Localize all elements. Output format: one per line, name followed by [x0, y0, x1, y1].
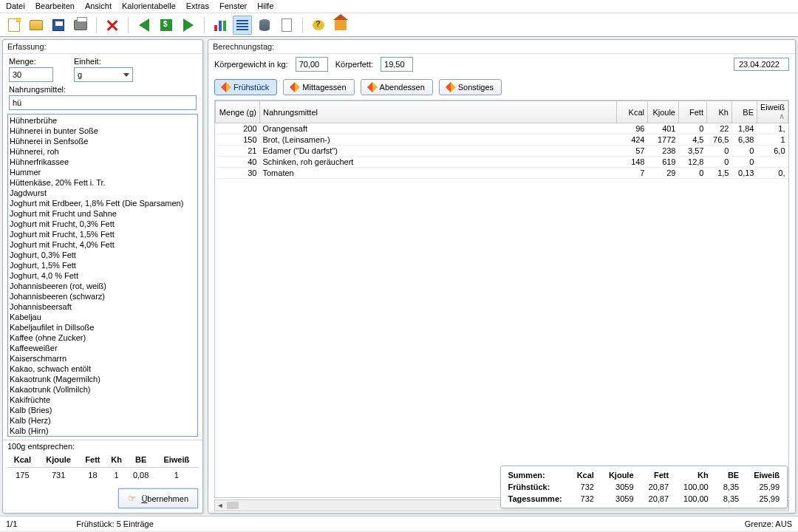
- list-item[interactable]: Kaiserschmarrn: [10, 353, 196, 364]
- th-fett[interactable]: Fett: [678, 101, 706, 123]
- th-kcal[interactable]: Kcal: [616, 101, 647, 123]
- list-item[interactable]: Joghurt, 4,0 % Fett: [10, 270, 196, 281]
- food-list[interactable]: HühnerbrüheHühnerei in bunter SoßeHühner…: [7, 114, 198, 437]
- note-button[interactable]: [277, 16, 296, 35]
- new-button[interactable]: [4, 16, 24, 35]
- list-item[interactable]: Kalb (Hirn): [10, 426, 196, 436]
- table-row[interactable]: 30Tomaten72901,50,130,: [216, 168, 788, 179]
- list-item[interactable]: Hühnerei in bunter Soße: [10, 126, 196, 136]
- print-button[interactable]: [71, 16, 90, 35]
- val-kh: 1: [106, 468, 127, 483]
- th-nahrungsmittel[interactable]: Nahrungsmittel: [260, 101, 617, 123]
- per100-section: 100g entsprechen: Kcal Kjoule Fett Kh BE…: [3, 440, 202, 482]
- chevron-down-icon: [123, 73, 129, 77]
- table-row[interactable]: 200Orangensaft964010221,841,: [216, 123, 788, 134]
- date-value: 23.04.2022: [739, 60, 780, 69]
- list-item[interactable]: Kalb (Bries): [10, 405, 196, 415]
- nahrungsmittel-search[interactable]: [9, 95, 197, 110]
- list-item[interactable]: Hüttenkäse, 20% Fett i. Tr.: [10, 177, 196, 188]
- date-combo[interactable]: 23.04.2022: [734, 58, 789, 71]
- list-item[interactable]: Joghurt mit Frucht, 0,3% Fett: [10, 219, 196, 229]
- scroll-left-icon[interactable]: ◄: [215, 502, 225, 509]
- list-item[interactable]: Joghurt mit Frucht, 1,5% Fett: [10, 229, 196, 239]
- menu-datei[interactable]: Datei: [6, 1, 25, 11]
- help-button[interactable]: [309, 16, 328, 35]
- save-button[interactable]: [49, 16, 68, 35]
- db-button[interactable]: [255, 16, 274, 35]
- val-eiweiss: 1: [155, 468, 198, 483]
- list-button[interactable]: [233, 16, 252, 35]
- tab-sonstiges[interactable]: Sonstiges: [439, 79, 502, 95]
- uebernehmen-button[interactable]: ☞ Übernehmen: [118, 488, 198, 508]
- next-button[interactable]: [179, 16, 198, 35]
- home-button[interactable]: [331, 16, 350, 35]
- list-item[interactable]: Joghurt mit Frucht und Sahne: [10, 208, 196, 219]
- list-item[interactable]: Hühnerfrikassee: [10, 157, 196, 167]
- einheit-combo[interactable]: g: [74, 67, 133, 82]
- list-item[interactable]: Johannisbeeren (schwarz): [10, 291, 196, 301]
- help-icon: [313, 20, 324, 30]
- col-be: BE: [127, 452, 155, 468]
- list-item[interactable]: Kabeljau: [10, 312, 196, 322]
- list-item[interactable]: Joghurt, 0,3% Fett: [10, 250, 196, 260]
- list-item[interactable]: Kakaotrunk (Vollmilch): [10, 384, 196, 395]
- list-item[interactable]: Kaffeeweißer: [10, 343, 196, 353]
- open-button[interactable]: [27, 16, 46, 35]
- th-kh[interactable]: Kh: [706, 101, 732, 123]
- list-item[interactable]: Kakao, schwach entölt: [10, 364, 196, 374]
- table-row[interactable]: 150Brot, (Leinsamen-)42417724,576,56,381: [216, 134, 788, 146]
- list-item[interactable]: Joghurt, 1,5% Fett: [10, 260, 196, 270]
- arrow-right-icon: [183, 18, 194, 32]
- tab-fruehstueck[interactable]: Frühstück: [214, 79, 277, 95]
- prev-button[interactable]: [134, 16, 154, 35]
- list-item[interactable]: Kalb (Herz): [10, 415, 196, 426]
- list-item[interactable]: Jagdwurst: [10, 188, 196, 198]
- menu-bearbeiten[interactable]: Bearbeiten: [35, 1, 75, 11]
- einheit-value: g: [78, 70, 82, 79]
- menu-kalorientabelle[interactable]: Kalorientabelle: [122, 1, 176, 11]
- table-row[interactable]: 21Edamer ("Du darfst")572383,57006,0: [216, 146, 788, 157]
- hand-icon: ☞: [128, 493, 137, 504]
- berechnung-panel: Berechnungstag: Körpergewicht in kg: Kör…: [208, 39, 796, 514]
- entries-table[interactable]: Menge (g) Nahrungsmittel Kcal Kjoule Fet…: [214, 100, 789, 498]
- list-item[interactable]: Hummer: [10, 167, 196, 177]
- list-item[interactable]: Joghurt mit Erdbeer, 1,8% Fett (Die Spar…: [10, 198, 196, 208]
- sums-box: Summen: Kcal Kjoule Fett Kh BE Eiweiß Fr…: [500, 466, 788, 508]
- erfassung-label: Erfassung:: [3, 40, 202, 54]
- erfassung-panel: Erfassung: Menge: Einheit: g Nahrungsmit…: [2, 39, 203, 514]
- th-kjoule[interactable]: Kjoule: [647, 101, 678, 123]
- list-item[interactable]: Kabeljaufilet in Dillsoße: [10, 322, 196, 332]
- table-row[interactable]: 40Schinken, roh geräuchert14861912,800: [216, 157, 788, 168]
- fat-input[interactable]: [381, 57, 413, 72]
- list-item[interactable]: Kakaotrunk (Magermilch): [10, 374, 196, 384]
- menge-input[interactable]: [9, 67, 53, 82]
- list-item[interactable]: Joghurt mit Frucht, 4,0% Fett: [10, 239, 196, 250]
- menubar[interactable]: Datei Bearbeiten Ansicht Kalorientabelle…: [0, 0, 798, 13]
- list-item[interactable]: Hühnerei in Senfsoße: [10, 136, 196, 146]
- list-item[interactable]: Hühnerbrühe: [10, 115, 196, 126]
- scroll-thumb[interactable]: [227, 502, 239, 509]
- list-item[interactable]: Johannisbeersaft: [10, 301, 196, 312]
- list-item[interactable]: Kaffee (ohne Zucker): [10, 332, 196, 343]
- sums-title: Summen:: [501, 469, 570, 481]
- home-icon: [335, 20, 347, 30]
- menu-hilfe[interactable]: Hilfe: [257, 1, 273, 11]
- th-menge[interactable]: Menge (g): [216, 101, 260, 123]
- select-button[interactable]: [157, 16, 176, 35]
- th-eiweiss[interactable]: Eiweiß: [757, 101, 788, 123]
- th-be[interactable]: BE: [732, 101, 757, 123]
- menu-ansicht[interactable]: Ansicht: [85, 1, 112, 11]
- weight-input[interactable]: [296, 57, 328, 72]
- list-item[interactable]: Kakifrüchte: [10, 395, 196, 405]
- menu-fenster[interactable]: Fenster: [219, 1, 247, 11]
- list-item[interactable]: Kalb (Kotelett): [10, 436, 196, 437]
- delete-button[interactable]: [103, 16, 122, 35]
- chart-button[interactable]: [211, 16, 230, 35]
- col-kh: Kh: [106, 452, 127, 468]
- tab-mittagessen[interactable]: Mittagessen: [283, 79, 354, 95]
- tab-abendessen[interactable]: Abendessen: [361, 79, 433, 95]
- list-item[interactable]: Hühnerei, roh: [10, 146, 196, 157]
- menu-extras[interactable]: Extras: [186, 1, 209, 11]
- fat-label: Körperfett:: [335, 60, 373, 69]
- list-item[interactable]: Johannisbeeren (rot, weiß): [10, 281, 196, 291]
